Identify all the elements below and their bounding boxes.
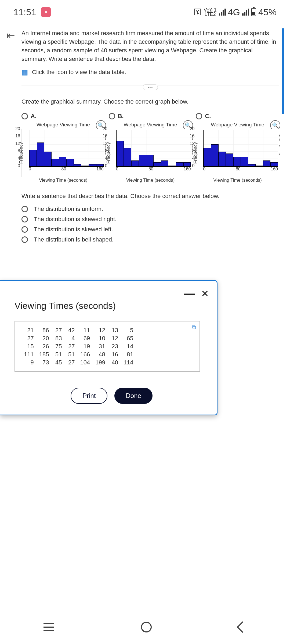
data-cell: 114 — [121, 358, 136, 367]
chart-a-yticks: 201612 840 — [11, 126, 20, 168]
chart-c-xlabel: Viewing Time (seconds) — [196, 178, 279, 183]
print-button[interactable]: Print — [71, 388, 107, 404]
data-cell: 83 — [52, 334, 64, 342]
rocket-icon: ✦ — [41, 7, 51, 17]
answer-4-text: The distribution is bell shaped. — [34, 236, 114, 243]
data-cell: 45 — [52, 358, 64, 367]
data-cell: 48 — [93, 350, 108, 358]
option-c-label: C. — [205, 113, 211, 120]
status-time: 11:51 — [13, 7, 36, 17]
data-cell: 27 — [52, 326, 64, 334]
system-nav-bar — [0, 615, 290, 639]
table-row: 973452710419940114 — [21, 358, 136, 367]
data-cell: 12 — [108, 334, 121, 342]
radio-answer-1[interactable] — [21, 206, 28, 212]
data-cell: 26 — [37, 342, 52, 350]
data-cell: 4 — [64, 334, 77, 342]
data-cell: 15 — [21, 342, 37, 350]
chart-a-title: Webpage Viewing Time — [21, 122, 105, 128]
data-cell: 42 — [64, 326, 77, 334]
table-hint-text: Click the icon to view the data table. — [32, 69, 126, 76]
table-row: 218627421112135 — [21, 326, 136, 334]
data-cell: 9 — [21, 358, 37, 367]
data-cell: 19 — [77, 342, 93, 350]
table-row: 272083469101265 — [21, 334, 136, 342]
data-cell: 14 — [121, 342, 136, 350]
view-table-link[interactable]: ▦ Click the icon to view the data table. — [21, 68, 279, 76]
answer-1-text: The distribution is uniform. — [34, 206, 103, 213]
data-cell: 12 — [93, 326, 108, 334]
data-cell: 185 — [37, 350, 52, 358]
data-cell: 69 — [77, 334, 93, 342]
data-table: 2186274211121352720834691012651526752719… — [21, 326, 136, 367]
recents-icon[interactable] — [44, 623, 54, 631]
chart-c: 🔍 🔍 ↗ Webpage Viewing Time Frequency 201… — [196, 122, 279, 183]
data-cell: 23 — [108, 342, 121, 350]
data-cell: 20 — [37, 334, 52, 342]
table-row: 1111855151166481681 — [21, 350, 136, 358]
radio-answer-3[interactable] — [21, 226, 28, 233]
scrollbar[interactable] — [282, 28, 284, 114]
home-icon[interactable] — [141, 622, 152, 632]
chart-a-xticks: 080160 — [29, 167, 104, 171]
data-cell: 13 — [108, 326, 121, 334]
copy-icon[interactable]: ⧉ — [192, 324, 196, 330]
data-cell: 27 — [64, 342, 77, 350]
data-cell: 16 — [108, 350, 121, 358]
minimize-icon[interactable]: — — [184, 287, 195, 299]
done-button[interactable]: Done — [114, 388, 152, 404]
radio-answer-4[interactable] — [21, 236, 28, 243]
data-cell: 40 — [108, 358, 121, 367]
network-label: Vo)) 1 LTE2 — [204, 8, 217, 16]
chart-b-xlabel: Viewing Time (seconds) — [109, 178, 192, 183]
create-prompt: Create the graphical summary. Choose the… — [21, 98, 279, 105]
data-cell: 73 — [37, 358, 52, 367]
data-cell: 51 — [52, 350, 64, 358]
data-cell: 86 — [37, 326, 52, 334]
data-box: ⧉ 21862742111213527208346910126515267527… — [15, 321, 200, 372]
question-intro: An Internet media and market research fi… — [21, 29, 279, 63]
data-table-modal: — ✕ Viewing Times (seconds) ⧉ 2186274211… — [0, 280, 218, 415]
radio-answer-2[interactable] — [21, 216, 28, 222]
chart-b-title: Webpage Viewing Time — [109, 122, 192, 128]
data-cell: 111 — [21, 350, 37, 358]
table-icon: ▦ — [21, 68, 28, 76]
chart-c-title: Webpage Viewing Time — [196, 122, 279, 128]
chart-c-xticks: 080160 — [203, 167, 278, 171]
table-row: 1526752719312314 — [21, 342, 136, 350]
close-icon[interactable]: ✕ — [201, 288, 209, 299]
data-cell: 27 — [21, 334, 37, 342]
signal-icon-2 — [242, 9, 249, 16]
vpn-key-icon: ⚿ — [194, 8, 202, 17]
data-cell: 51 — [64, 350, 77, 358]
battery-icon — [251, 8, 256, 16]
radio-option-b[interactable] — [109, 113, 115, 119]
data-cell: 5 — [121, 326, 136, 334]
data-cell: 31 — [93, 342, 108, 350]
chart-a: 🔍 🔍 ↗ Webpage Viewing Time Frequency 201… — [21, 122, 105, 183]
option-b-label: B. — [118, 113, 124, 120]
data-cell: 21 — [21, 326, 37, 334]
data-cell: 27 — [64, 358, 77, 367]
modal-title: Viewing Times (seconds) — [15, 301, 209, 311]
radio-option-a[interactable] — [21, 113, 28, 119]
signal-icon-1 — [219, 9, 226, 16]
data-cell: 10 — [93, 334, 108, 342]
data-cell: 11 — [77, 326, 93, 334]
chart-b: 🔍 🔍 ↗ Webpage Viewing Time Frequency 201… — [109, 122, 192, 183]
data-cell: 75 — [52, 342, 64, 350]
chart-c-yticks: 201612 840 — [185, 126, 194, 168]
status-4g: 4G — [228, 7, 240, 17]
more-pill[interactable]: ••• — [143, 84, 158, 90]
back-nav-icon[interactable] — [237, 621, 248, 633]
data-cell: 166 — [77, 350, 93, 358]
option-a-label: A. — [31, 113, 37, 120]
chart-a-xlabel: Viewing Time (seconds) — [21, 178, 105, 183]
data-cell: 81 — [121, 350, 136, 358]
radio-option-c[interactable] — [196, 113, 202, 119]
answer-3-text: The distribution is skewed left. — [34, 226, 113, 233]
chart-b-yticks: 201612 840 — [98, 126, 107, 168]
data-cell: 199 — [93, 358, 108, 367]
data-cell: 65 — [121, 334, 136, 342]
data-cell: 104 — [77, 358, 93, 367]
